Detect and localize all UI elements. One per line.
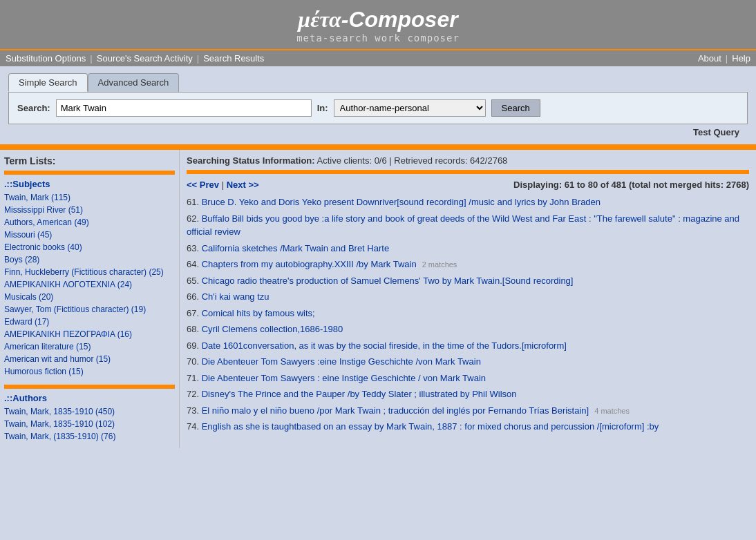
author-item[interactable]: Twain, Mark, 1835-1910 (102)	[4, 418, 175, 430]
nav-sep-2: |	[197, 53, 199, 64]
result-title-link[interactable]: California sketches /Mark Twain and Bret…	[202, 243, 389, 253]
table-row: 64. Chapters from my autobiography.XXIII…	[187, 258, 749, 271]
result-title-link[interactable]: Buffalo Bill bids you good bye :a life s…	[187, 213, 739, 238]
term-lists-label: Term Lists:	[4, 155, 175, 166]
subject-item[interactable]: Musicals (20)	[4, 291, 175, 303]
nav-right: About | Help	[698, 53, 750, 64]
subject-item[interactable]: Boys (28)	[4, 253, 175, 266]
status-info: Searching Status Information: Active cli…	[187, 155, 749, 166]
pagination-nav: << Prev | Next >>	[187, 180, 259, 190]
test-query-link[interactable]: Test Query	[8, 124, 748, 140]
navbar: Substitution Options | Source's Search A…	[0, 49, 756, 66]
matches-badge: 4 matches	[594, 407, 630, 415]
search-input[interactable]	[56, 99, 312, 117]
result-title-link[interactable]: Disney's The Prince and the Pauper /by T…	[202, 389, 517, 399]
display-info: Displaying: 61 to 80 of 481 (total not m…	[513, 180, 749, 190]
result-number: 73.	[187, 405, 202, 416]
result-title-link[interactable]: Ch'i kai wang tzu	[202, 291, 270, 302]
matches-badge: 2 matches	[422, 260, 457, 269]
left-panel: Term Lists: .::Subjects Twain, Mark (115…	[0, 150, 180, 448]
in-label: In:	[317, 103, 328, 113]
subject-item[interactable]: Sawyer, Tom (Fictitious character) (19)	[4, 303, 175, 316]
table-row: 63. California sketches /Mark Twain and …	[187, 242, 749, 255]
table-row: 70. Die Abenteuer Tom Sawyers :eine Inst…	[187, 355, 749, 369]
subject-item[interactable]: American literature (15)	[4, 340, 175, 353]
result-number: 61.	[187, 197, 202, 207]
pagination-bar: << Prev | Next >> Displaying: 61 to 80 o…	[187, 180, 749, 190]
term-orange-bar-1	[4, 171, 175, 175]
search-area: Simple Search Advanced Search Search: In…	[0, 66, 756, 144]
about-link[interactable]: About	[698, 53, 721, 64]
result-title-link[interactable]: Chicago radio theatre's production of Sa…	[202, 276, 574, 286]
result-title-link[interactable]: Date 1601conversation, as it was by the …	[202, 340, 567, 351]
result-title-link[interactable]: Comical hits by famous wits;	[202, 308, 315, 318]
title-prefix: μέτα	[298, 7, 341, 32]
help-link[interactable]: Help	[732, 53, 750, 64]
table-row: 68. Cyril Clemens collection,1686-1980	[187, 322, 749, 336]
header: μέτα-Composer meta-search work composer	[0, 0, 756, 49]
nav-left: Substitution Options | Source's Search A…	[6, 53, 692, 64]
prev-link[interactable]: << Prev	[187, 180, 219, 190]
result-number: 72.	[187, 389, 202, 399]
subject-item[interactable]: Electronic books (40)	[4, 241, 175, 253]
table-row: 66. Ch'i kai wang tzu	[187, 290, 749, 304]
nav-sep-3: |	[726, 53, 728, 64]
subject-item[interactable]: ΑΜΕΡΙΚΑΝΙΚΗ ΛΟΓΟΤΕΧΝΙΑ (24)	[4, 278, 175, 291]
result-title-link[interactable]: El niño malo y el niño bueno /por Mark T…	[202, 405, 589, 416]
orange-divider-1	[0, 144, 756, 150]
table-row: 61. Bruce D. Yeko and Doris Yeko present…	[187, 195, 749, 209]
table-row: 74. English as she is taughtbased on an …	[187, 420, 749, 434]
results-orange-bar	[187, 170, 749, 174]
result-title-link[interactable]: Bruce D. Yeko and Doris Yeko present Dow…	[202, 197, 601, 207]
result-title-link[interactable]: Die Abenteuer Tom Sawyers :eine Instige …	[202, 356, 481, 367]
result-number: 70.	[187, 356, 202, 367]
result-number: 74.	[187, 421, 202, 432]
search-button[interactable]: Search	[491, 99, 540, 117]
authors-list: Twain, Mark, 1835-1910 (450)Twain, Mark,…	[4, 405, 175, 443]
subject-item[interactable]: Twain, Mark (115)	[4, 191, 175, 204]
right-panel: Searching Status Information: Active cli…	[180, 150, 756, 448]
substitution-options-link[interactable]: Substitution Options	[6, 53, 86, 64]
result-number: 67.	[187, 308, 202, 318]
result-number: 62.	[187, 213, 202, 224]
results-list: 61. Bruce D. Yeko and Doris Yeko present…	[187, 195, 749, 434]
table-row: 71. Die Abenteuer Tom Sawyers : eine Ins…	[187, 372, 749, 385]
term-orange-bar-2	[4, 385, 175, 389]
subject-item[interactable]: Edward (17)	[4, 316, 175, 328]
subject-item[interactable]: Missouri (45)	[4, 229, 175, 241]
result-title-link[interactable]: English as she is taughtbased on an essa…	[202, 421, 659, 432]
result-number: 71.	[187, 373, 202, 383]
result-number: 66.	[187, 291, 202, 302]
author-item[interactable]: Twain, Mark, (1835-1910) (76)	[4, 430, 175, 443]
result-title-link[interactable]: Cyril Clemens collection,1686-1980	[202, 324, 343, 334]
author-item[interactable]: Twain, Mark, 1835-1910 (450)	[4, 405, 175, 418]
tab-bar: Simple Search Advanced Search	[8, 73, 748, 92]
subjects-header: .::Subjects	[4, 179, 175, 189]
status-text: Active clients: 0/6 | Retrieved records:…	[317, 155, 508, 166]
subject-item[interactable]: Authors, American (49)	[4, 216, 175, 229]
result-title-link[interactable]: Die Abenteuer Tom Sawyers : eine Instige…	[202, 373, 486, 383]
subject-item[interactable]: American wit and humor (15)	[4, 353, 175, 365]
subject-item[interactable]: Finn, Huckleberry (Fictitious character)…	[4, 266, 175, 278]
search-results-link[interactable]: Search Results	[203, 53, 264, 64]
sources-search-activity-link[interactable]: Source's Search Activity	[97, 53, 193, 64]
result-title-link[interactable]: Chapters from my autobiography.XXIII /by…	[202, 259, 417, 269]
table-row: 62. Buffalo Bill bids you good bye :a li…	[187, 212, 749, 239]
result-number: 65.	[187, 276, 202, 286]
result-number: 64.	[187, 259, 202, 269]
status-label: Searching Status Information:	[187, 155, 315, 166]
title-main: -Composer	[341, 7, 458, 32]
pagination-sep: |	[222, 180, 227, 190]
main-content: Term Lists: .::Subjects Twain, Mark (115…	[0, 150, 756, 448]
subject-item[interactable]: ΑΜΕΡΙΚΑΝΙΚΗ ΠΕΖΟΓΡΑΦΙΑ (16)	[4, 328, 175, 340]
tab-advanced-search[interactable]: Advanced Search	[88, 73, 180, 92]
tab-simple-search[interactable]: Simple Search	[8, 73, 88, 92]
subject-item[interactable]: Humorous fiction (15)	[4, 365, 175, 378]
search-field-select[interactable]: Author-name-personal Title Subject Keywo…	[334, 99, 486, 117]
subject-item[interactable]: Mississippi River (51)	[4, 204, 175, 216]
result-number: 69.	[187, 340, 202, 351]
next-link[interactable]: Next >>	[227, 180, 259, 190]
app-title: μέτα-Composer	[0, 7, 756, 32]
table-row: 65. Chicago radio theatre's production o…	[187, 274, 749, 288]
subjects-list: Twain, Mark (115)Mississippi River (51)A…	[4, 191, 175, 378]
